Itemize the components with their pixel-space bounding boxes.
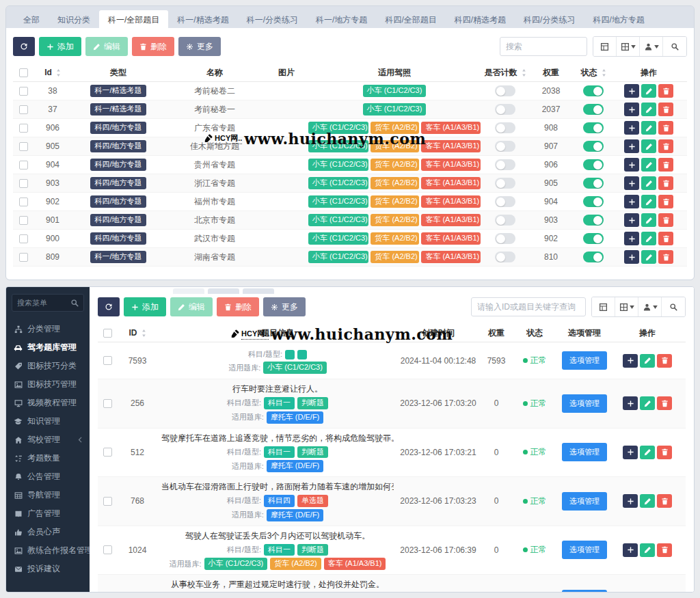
add-child-button[interactable] — [624, 213, 639, 227]
tab-科一/全部题目[interactable]: 科一/全部题目 — [99, 10, 168, 28]
add-child-button[interactable] — [624, 103, 639, 116]
options-manage-button[interactable]: 选项管理 — [562, 541, 607, 559]
sidebar-item-投诉建议[interactable]: 投诉建议 — [6, 560, 90, 578]
refresh-button[interactable] — [98, 297, 120, 316]
refresh-button[interactable] — [13, 37, 35, 56]
count-toggle[interactable] — [495, 196, 515, 207]
delete-row-button[interactable] — [658, 213, 673, 227]
tab-stub[interactable] — [243, 288, 274, 294]
sidebar-item-广告管理[interactable]: 广告管理 — [6, 504, 90, 523]
row-checkbox[interactable] — [19, 124, 28, 133]
add-child-button[interactable] — [624, 176, 639, 190]
status-toggle[interactable] — [583, 233, 604, 244]
row-checkbox[interactable] — [103, 497, 112, 506]
count-toggle[interactable] — [495, 252, 515, 262]
edit-button[interactable]: 编辑 — [85, 37, 128, 56]
delete-row-button[interactable] — [657, 354, 672, 368]
delete-row-button[interactable] — [658, 176, 673, 190]
row-checkbox[interactable] — [19, 179, 28, 188]
options-manage-button[interactable]: 选项管理 — [562, 590, 607, 592]
row-checkbox[interactable] — [19, 198, 28, 206]
options-manage-button[interactable]: 选项管理 — [562, 443, 607, 461]
delete-row-button[interactable] — [657, 494, 672, 508]
row-checkbox[interactable] — [19, 253, 28, 262]
delete-row-button[interactable] — [658, 103, 673, 116]
count-toggle[interactable] — [495, 122, 515, 133]
tab-科四/地方专题[interactable]: 科四/地方专题 — [584, 10, 653, 28]
edit-row-button[interactable] — [641, 232, 656, 245]
tab-科四/分类练习[interactable]: 科四/分类练习 — [515, 10, 584, 28]
count-toggle[interactable] — [495, 233, 515, 244]
edit-row-button[interactable] — [641, 158, 656, 172]
sidebar-item-驾考题库管理[interactable]: 驾考题库管理 — [6, 338, 90, 357]
add-child-button[interactable] — [623, 396, 638, 410]
status-toggle[interactable] — [583, 252, 604, 262]
status-toggle[interactable] — [583, 85, 604, 96]
row-checkbox[interactable] — [103, 356, 112, 365]
add-child-button[interactable] — [624, 158, 639, 172]
edit-row-button[interactable] — [640, 354, 655, 368]
sidebar-search-input[interactable]: 搜索菜单 — [12, 294, 84, 312]
edit-row-button[interactable] — [641, 121, 656, 135]
sidebar-item-会员心声[interactable]: 会员心声 — [6, 523, 90, 541]
status-toggle[interactable] — [583, 196, 604, 207]
edit-row-button[interactable] — [641, 84, 656, 98]
sidebar-item-公告管理[interactable]: 公告管理 — [6, 467, 90, 486]
sidebar-item-导航管理[interactable]: 导航管理 — [6, 486, 90, 504]
tab-科一/分类练习[interactable]: 科一/分类练习 — [238, 10, 307, 28]
delete-row-button[interactable] — [657, 543, 672, 557]
tab-科一/地方专题[interactable]: 科一/地方专题 — [307, 10, 376, 28]
status-toggle[interactable] — [583, 178, 604, 189]
form-view-button[interactable] — [592, 297, 615, 316]
row-checkbox[interactable] — [19, 142, 28, 151]
edit-row-button[interactable] — [641, 250, 656, 264]
delete-row-button[interactable] — [657, 396, 672, 410]
select-all-checkbox[interactable] — [103, 329, 112, 338]
tab-知识分类[interactable]: 知识分类 — [49, 10, 99, 28]
count-toggle[interactable] — [495, 104, 515, 115]
sort-icon[interactable] — [142, 329, 146, 337]
tab-科四/全部题目[interactable]: 科四/全部题目 — [376, 10, 445, 28]
add-child-button[interactable] — [623, 543, 638, 557]
count-toggle[interactable] — [495, 178, 515, 189]
sort-icon[interactable] — [522, 69, 526, 77]
row-checkbox[interactable] — [103, 545, 112, 554]
edit-row-button[interactable] — [640, 446, 655, 459]
status-toggle[interactable] — [583, 215, 604, 226]
delete-row-button[interactable] — [658, 139, 673, 153]
form-view-button[interactable] — [593, 37, 617, 56]
search-button[interactable] — [663, 37, 686, 56]
add-child-button[interactable] — [624, 232, 639, 245]
delete-button[interactable]: 删除 — [132, 37, 174, 56]
status-toggle[interactable] — [583, 159, 604, 170]
count-toggle[interactable] — [495, 159, 515, 170]
edit-row-button[interactable] — [641, 103, 656, 116]
options-manage-button[interactable]: 选项管理 — [562, 351, 607, 370]
status-toggle[interactable] — [583, 104, 604, 115]
edit-row-button[interactable] — [640, 494, 655, 508]
row-checkbox[interactable] — [19, 216, 28, 225]
status-toggle[interactable] — [583, 141, 604, 152]
sidebar-item-教练合作报名管理[interactable]: 教练合作报名管理 — [6, 541, 90, 560]
tab-stub[interactable] — [208, 288, 239, 294]
row-checkbox[interactable] — [103, 399, 112, 408]
edit-row-button[interactable] — [641, 195, 656, 208]
tab-stub[interactable] — [173, 288, 204, 294]
edit-row-button[interactable] — [640, 543, 655, 557]
row-checkbox[interactable] — [19, 87, 28, 96]
delete-row-button[interactable] — [658, 84, 673, 98]
add-child-button[interactable] — [624, 121, 639, 135]
export-button[interactable] — [640, 37, 663, 56]
edit-row-button[interactable] — [640, 396, 655, 410]
columns-button[interactable] — [615, 297, 638, 316]
columns-button[interactable] — [617, 37, 640, 56]
delete-row-button[interactable] — [658, 158, 673, 172]
sort-icon[interactable] — [56, 69, 61, 77]
add-child-button[interactable] — [624, 139, 639, 153]
add-child-button[interactable] — [624, 195, 639, 208]
sidebar-item-图标技巧分类[interactable]: 图标技巧分类 — [6, 357, 90, 375]
count-toggle[interactable] — [495, 215, 515, 226]
options-manage-button[interactable]: 选项管理 — [562, 394, 607, 413]
options-manage-button[interactable]: 选项管理 — [562, 492, 607, 511]
delete-row-button[interactable] — [657, 446, 672, 459]
